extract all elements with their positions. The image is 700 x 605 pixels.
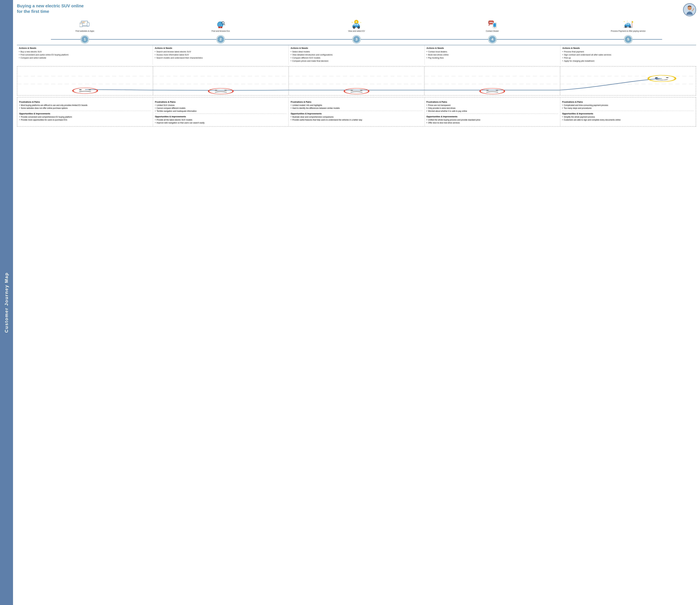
svg-rect-27 (354, 24, 356, 25)
svg-point-36 (490, 22, 491, 23)
list-item: Buy a new electric SUV (19, 51, 151, 53)
svg-point-67 (344, 88, 369, 94)
svg-point-47 (625, 26, 626, 27)
list-item: Terrible navigation and inadequate infor… (155, 110, 286, 112)
svg-point-49 (630, 26, 630, 27)
svg-line-23 (224, 24, 225, 25)
actions-col-4-title: Actions & Needs (426, 47, 558, 49)
main-content: Buying a new electric SUV online for the… (13, 0, 700, 605)
list-item: Unified the whole buying process and pro… (426, 119, 558, 121)
frustrations-col-1: Frustrations & Pains Most buying platfor… (17, 97, 153, 126)
frustrations-col-3: Frustrations & Pains Limited models' inf… (289, 97, 424, 126)
sidebar: Customer Journey Map (0, 0, 13, 605)
svg-point-69 (360, 90, 363, 91)
stage-5-label: Process Payment & After paying service (611, 30, 646, 35)
frustrations-col-2-title: Frustrations & Pains (155, 101, 286, 103)
list-item: Only provide in-store test drives (426, 107, 558, 109)
list-item: Process final payment (562, 51, 694, 53)
opportunities-col-3-list: illustrate clear and comprehensive compa… (291, 116, 422, 121)
list-item: Compare different SUV models (291, 57, 422, 59)
avatar-image (684, 4, 695, 16)
frustrations-col-1-title: Frustrations & Pains (19, 101, 151, 103)
list-item: Provide more opportunities for users to … (19, 119, 151, 121)
stage-1-label: Find websites & Apps (75, 30, 94, 35)
list-item: Sign contract and understand all after-s… (562, 54, 694, 56)
svg-point-61 (73, 88, 97, 94)
list-item: Book test drives online (426, 54, 558, 56)
list-item: Provide convenient and comprehensive EV … (19, 116, 151, 118)
svg-point-72 (496, 90, 498, 91)
frustrations-col-5-title: Frustrations & Pains (562, 101, 694, 103)
svg-point-62 (79, 90, 82, 90)
svg-point-70 (480, 88, 504, 94)
actions-col-3-title: Actions & Needs (291, 47, 422, 49)
list-item: Access more information latest SUV (155, 54, 286, 56)
list-item: Compare and select website (19, 57, 151, 59)
svg-rect-12 (80, 24, 81, 24)
svg-point-64 (208, 88, 233, 94)
frustrations-col-3-list: Limited models' info and highlights Hard… (291, 104, 422, 109)
svg-point-65 (215, 90, 217, 91)
svg-point-74 (655, 77, 658, 78)
opportunities-col-4-title: Opportunities & Improvements (426, 115, 558, 118)
list-item: Apply for charging pile installment (562, 60, 694, 62)
list-item: Cannot compare different models (155, 107, 286, 109)
timeline-row: 1 2 3 4 5 (17, 35, 696, 43)
step-5: 5 (624, 35, 632, 43)
stage-icon-col-1: Find websites & Apps (17, 19, 153, 35)
emotion-chart-area (17, 66, 696, 96)
svg-rect-13 (80, 24, 81, 25)
actions-col-5-list: Process final payment Sign contract and … (562, 51, 694, 62)
step-col-1: 1 (17, 35, 153, 43)
list-item: Contact local dealers (426, 51, 558, 53)
actions-col-3: Actions & Needs Select ideal models View… (289, 45, 425, 65)
list-item: Select ideal models (291, 51, 422, 53)
emotion-svg (17, 67, 696, 95)
svg-text:✦: ✦ (627, 21, 628, 22)
actions-col-5-title: Actions & Needs (562, 47, 694, 49)
svg-text:✦: ✦ (360, 22, 361, 23)
svg-point-68 (350, 90, 353, 91)
list-item: Simplify the whole payment process (562, 116, 694, 118)
frustrations-col-2: Frustrations & Pains Limited SUV choices… (153, 97, 289, 126)
opportunities-col-5-list: Simplify the whole payment process Custo… (562, 116, 694, 121)
list-item: Hard to identify the differences between… (291, 107, 422, 109)
svg-text:✦: ✦ (624, 21, 625, 23)
list-item: Complicated and time-consuming payment p… (562, 104, 694, 106)
list-item: Most buying platforms are difficult to u… (19, 104, 151, 106)
avatar (683, 3, 696, 16)
stage-1-icon (79, 19, 91, 29)
svg-point-30 (354, 27, 354, 28)
list-item: Find convenient and useful online EV buy… (19, 54, 151, 56)
actions-needs-section: Actions & Needs Buy a new electric SUV F… (17, 45, 696, 65)
opportunities-col-3-title: Opportunities & Improvements (291, 112, 422, 115)
step-4: 4 (489, 35, 496, 43)
list-item: Search and browse latest electric SUV (155, 51, 286, 53)
stage-2-label: Find and browse Evs (211, 30, 230, 35)
list-item: Provide useful features that help users … (291, 119, 422, 121)
opportunities-col-4-list: Unified the whole buying process and pro… (426, 119, 558, 124)
stage-2-icon (215, 19, 226, 29)
svg-point-63 (89, 90, 91, 90)
step-col-3: 3 (289, 35, 425, 43)
svg-rect-44 (626, 23, 628, 25)
opportunities-col-5-title: Opportunities & Improvements (562, 112, 694, 115)
svg-text:$: $ (356, 21, 357, 23)
svg-rect-8 (88, 23, 89, 26)
list-item: Limited models' info and highlights (291, 104, 422, 106)
frustrations-col-5: Frustrations & Pains Complicated and tim… (560, 97, 696, 126)
stage-4-icon (487, 19, 498, 29)
actions-col-2-title: Actions & Needs (155, 47, 286, 49)
actions-col-3-list: Select ideal models View detailed introd… (291, 51, 422, 62)
svg-point-75 (666, 77, 669, 78)
header: Buying a new electric SUV online for the… (17, 3, 696, 16)
step-1: 1 (81, 35, 89, 43)
title-line1: Buying a new electric SUV online (17, 3, 84, 8)
svg-point-22 (222, 22, 224, 24)
actions-col-4: Actions & Needs Contact local dealers Bo… (425, 45, 560, 65)
list-item: Limited SUV choices (155, 104, 286, 106)
svg-point-32 (358, 27, 359, 28)
opportunities-col-2-title: Opportunities & Improvements (155, 115, 286, 118)
list-item: Customers are able to sign and complete … (562, 119, 694, 121)
actions-col-2-list: Search and browse latest electric SUV Ac… (155, 51, 286, 59)
